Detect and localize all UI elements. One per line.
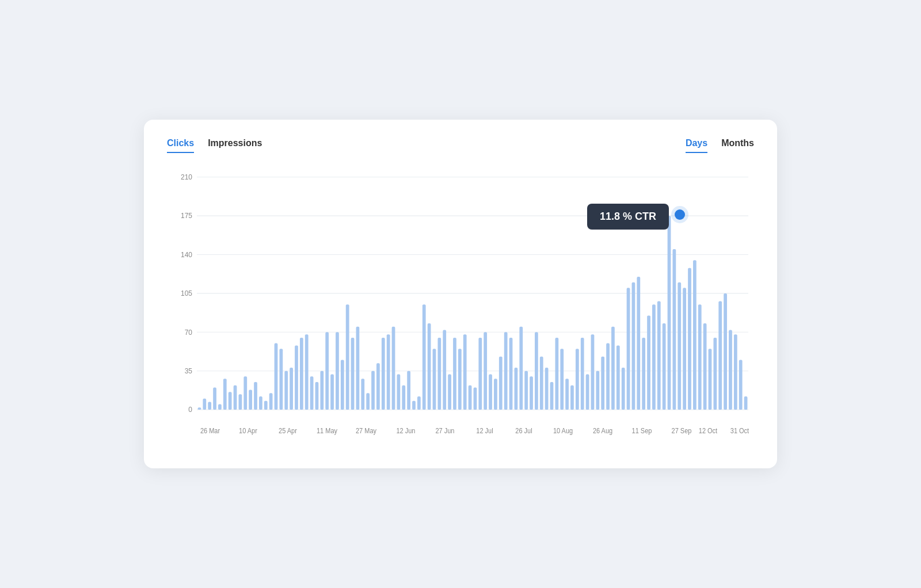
bar[interactable] [382,338,385,410]
bar[interactable] [243,376,247,410]
bar[interactable] [576,349,579,410]
bar[interactable] [478,338,482,410]
bar[interactable] [663,323,666,410]
bar[interactable] [627,288,630,410]
bar[interactable] [453,338,456,410]
bar[interactable] [376,363,380,410]
bar[interactable] [632,282,635,410]
bar[interactable] [443,330,446,410]
bar[interactable] [229,392,232,410]
bar[interactable] [499,357,503,410]
bar[interactable] [249,390,252,410]
bar[interactable] [515,368,518,410]
bar[interactable] [739,360,743,410]
bar[interactable] [709,349,712,410]
bar[interactable] [223,379,227,410]
bar[interactable] [259,396,262,410]
bar[interactable] [535,332,538,410]
bar[interactable] [275,343,278,410]
tab-clicks[interactable]: Clicks [167,138,194,153]
bar[interactable] [428,323,431,410]
bar[interactable] [494,379,497,410]
bar[interactable] [366,393,370,410]
bar[interactable] [550,382,554,410]
bar[interactable] [565,379,569,410]
bar[interactable] [330,374,334,410]
bar[interactable] [336,332,339,410]
bar[interactable] [657,301,661,410]
bar[interactable] [668,216,671,410]
bar[interactable] [693,260,697,410]
tab-days[interactable]: Days [686,138,707,153]
bar[interactable] [448,374,451,410]
bar[interactable] [279,349,283,410]
bar[interactable] [591,334,595,410]
bar[interactable] [213,388,216,410]
bar[interactable] [524,371,528,410]
bar[interactable] [713,338,717,410]
bar[interactable] [341,360,344,410]
bar[interactable] [509,338,513,410]
bar[interactable] [504,332,508,410]
bar[interactable] [269,393,273,410]
bar[interactable] [254,382,257,410]
bar[interactable] [218,404,222,410]
bar[interactable] [606,343,610,410]
bar[interactable] [239,394,242,410]
bar[interactable] [290,368,293,410]
bar[interactable] [437,338,441,410]
bar[interactable] [586,374,589,410]
bar[interactable] [412,401,416,410]
bar[interactable] [678,282,681,410]
bar[interactable] [458,349,462,410]
bar[interactable] [570,385,574,410]
bar[interactable] [484,332,487,410]
bar[interactable] [545,368,549,410]
bar[interactable] [718,301,722,410]
bar[interactable] [469,385,472,410]
bar[interactable] [555,338,558,410]
bar[interactable] [601,357,604,410]
bar[interactable] [325,332,329,410]
bar[interactable] [284,371,288,410]
bar[interactable] [622,368,625,410]
bar[interactable] [463,334,467,410]
bar[interactable] [698,304,702,410]
bar[interactable] [397,374,400,410]
bar[interactable] [417,396,421,410]
bar[interactable] [295,345,298,410]
bar[interactable] [198,407,201,410]
bar[interactable] [489,374,492,410]
bar[interactable] [596,371,599,410]
bar[interactable] [647,315,650,410]
bar[interactable] [305,334,309,410]
bar[interactable] [433,349,436,410]
bar[interactable] [581,338,584,410]
bar[interactable] [203,399,206,410]
bar[interactable] [361,379,364,410]
bar[interactable] [474,388,477,410]
bar[interactable] [320,371,324,410]
bar[interactable] [652,304,656,410]
bar[interactable] [310,376,314,410]
bar[interactable] [637,277,640,410]
bar[interactable] [540,357,543,410]
bar[interactable] [530,376,533,410]
bar[interactable] [642,338,645,410]
tab-months[interactable]: Months [721,138,754,153]
bar[interactable] [315,382,319,410]
bar[interactable] [234,385,237,410]
bar[interactable] [392,327,395,410]
bar[interactable] [402,385,405,410]
bar[interactable] [264,401,268,410]
bar[interactable] [407,371,410,410]
bar[interactable] [734,334,737,410]
bar[interactable] [672,249,676,410]
bar[interactable] [346,304,349,410]
bar[interactable] [724,293,727,410]
tab-impressions[interactable]: Impressions [208,138,262,153]
bar[interactable] [616,345,620,410]
bar[interactable] [703,323,707,410]
bar[interactable] [683,288,686,410]
bar[interactable] [356,327,360,410]
